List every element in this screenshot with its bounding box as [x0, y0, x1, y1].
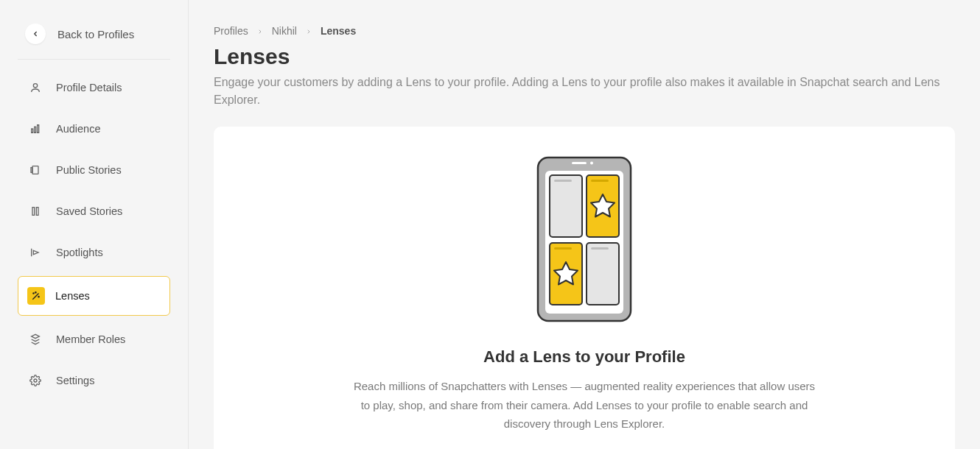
audience-icon	[28, 121, 43, 136]
lenses-illustration	[536, 156, 632, 325]
svg-rect-21	[591, 180, 609, 182]
svg-rect-24	[587, 243, 619, 305]
sidebar-item-public-stories[interactable]: Public Stories	[18, 152, 170, 188]
spotlight-icon	[28, 245, 43, 260]
sidebar-item-label: Spotlights	[56, 247, 103, 258]
breadcrumb: Profiles Nikhil Lenses	[214, 25, 955, 37]
sidebar-item-label: Settings	[56, 375, 94, 386]
sidebar-item-label: Lenses	[55, 290, 90, 302]
svg-rect-16	[572, 162, 587, 164]
svg-rect-6	[32, 208, 35, 216]
svg-rect-19	[554, 180, 572, 182]
stories-icon	[28, 163, 43, 177]
chevron-right-icon	[306, 25, 312, 37]
svg-rect-2	[35, 127, 36, 132]
lenses-icon	[27, 287, 45, 305]
sidebar-item-lenses[interactable]: Lenses	[18, 276, 170, 316]
chevron-right-icon	[257, 25, 263, 37]
svg-point-12	[38, 297, 39, 297]
svg-rect-3	[38, 125, 39, 133]
nav-list: Profile Details Audience Public Stories …	[0, 70, 188, 398]
card-title: Add a Lens to your Profile	[483, 347, 685, 367]
sidebar-item-label: Public Stories	[56, 164, 122, 176]
svg-rect-23	[554, 247, 572, 250]
svg-rect-1	[32, 129, 33, 132]
settings-icon	[28, 373, 43, 388]
breadcrumb-item-current: Lenses	[321, 25, 356, 37]
card-description: Reach millions of Snapchatters with Lens…	[349, 377, 820, 434]
sidebar-item-label: Audience	[56, 123, 100, 135]
svg-point-11	[35, 292, 36, 293]
back-to-profiles[interactable]: Back to Profiles	[0, 15, 188, 59]
sidebar-item-label: Member Roles	[56, 333, 125, 345]
svg-rect-5	[31, 168, 32, 173]
back-label: Back to Profiles	[57, 28, 134, 40]
profile-icon	[28, 80, 43, 95]
sidebar-item-spotlights[interactable]: Spotlights	[18, 235, 170, 270]
svg-rect-18	[550, 175, 582, 237]
sidebar-item-member-roles[interactable]: Member Roles	[18, 322, 170, 357]
sidebar-item-saved-stories[interactable]: Saved Stories	[18, 194, 170, 229]
svg-point-10	[33, 293, 34, 294]
sidebar: Back to Profiles Profile Details Audienc…	[0, 0, 189, 449]
sidebar-item-settings[interactable]: Settings	[18, 363, 170, 398]
sidebar-item-profile-details[interactable]: Profile Details	[18, 70, 170, 105]
svg-point-13	[34, 379, 37, 382]
sidebar-divider	[18, 59, 170, 60]
roles-icon	[28, 332, 43, 347]
page-title: Lenses	[214, 44, 955, 69]
svg-marker-9	[33, 250, 38, 254]
saved-icon	[28, 204, 43, 219]
main-content: Profiles Nikhil Lenses Lenses Engage you…	[189, 0, 980, 449]
breadcrumb-item-profiles[interactable]: Profiles	[214, 25, 248, 37]
breadcrumb-item-nikhil[interactable]: Nikhil	[272, 25, 297, 37]
sidebar-item-audience[interactable]: Audience	[18, 111, 170, 146]
lenses-card: Add a Lens to your Profile Reach million…	[214, 127, 955, 449]
svg-rect-25	[591, 247, 609, 250]
sidebar-item-label: Saved Stories	[56, 205, 122, 217]
sidebar-item-label: Profile Details	[56, 82, 122, 93]
svg-rect-7	[36, 208, 38, 216]
svg-point-0	[33, 84, 37, 88]
svg-point-17	[590, 162, 593, 165]
svg-rect-4	[32, 166, 38, 174]
page-subtitle: Engage your customers by adding a Lens t…	[214, 74, 955, 109]
back-icon	[25, 24, 46, 44]
